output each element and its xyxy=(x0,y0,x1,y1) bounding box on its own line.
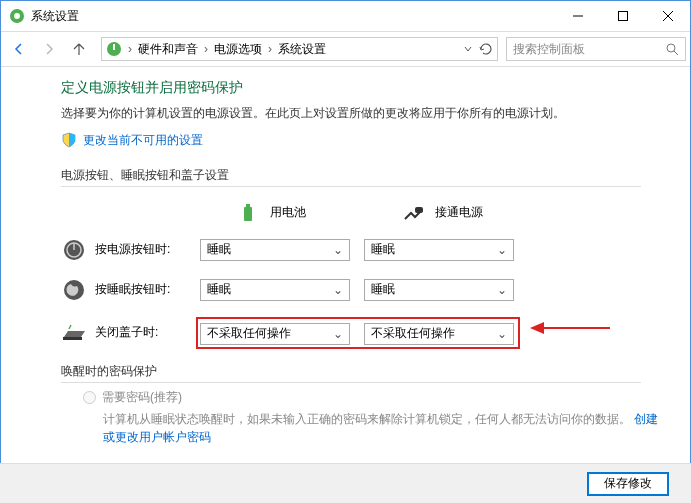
chevron-down-icon: ⌄ xyxy=(333,327,343,341)
shield-icon xyxy=(61,132,77,148)
sleep-button-row: 按睡眠按钮时: 睡眠⌄ 睡眠⌄ xyxy=(61,277,666,303)
minimize-button[interactable] xyxy=(555,1,600,31)
up-button[interactable] xyxy=(65,35,93,63)
change-unavailable-settings-link[interactable]: 更改当前不可用的设置 xyxy=(83,132,203,149)
highlight-annotation: 不采取任何操作⌄ 不采取任何操作⌄ xyxy=(196,317,520,349)
power-button-row: 按电源按钮时: 睡眠⌄ 睡眠⌄ xyxy=(61,237,666,263)
power-icon xyxy=(106,41,122,57)
breadcrumb-segment[interactable]: 系统设置 xyxy=(274,41,330,58)
breadcrumb-dropdown[interactable] xyxy=(464,42,493,56)
battery-column-header: 用电池 xyxy=(236,201,401,225)
chevron-down-icon: ⌄ xyxy=(497,327,507,341)
power-button-plugged-select[interactable]: 睡眠⌄ xyxy=(364,239,514,261)
svg-rect-11 xyxy=(246,204,250,207)
svg-point-8 xyxy=(667,44,675,52)
arrow-annotation xyxy=(530,318,610,338)
radio-label: 需要密码(推荐) xyxy=(102,389,182,406)
chevron-down-icon: ⌄ xyxy=(497,283,507,297)
svg-rect-10 xyxy=(244,207,252,221)
chevron-right-icon: › xyxy=(266,42,274,56)
row-label: 关闭盖子时: xyxy=(95,324,200,341)
sleep-button-icon xyxy=(61,277,87,303)
battery-icon xyxy=(236,201,260,225)
plug-icon xyxy=(401,201,425,225)
maximize-button[interactable] xyxy=(600,1,645,31)
chevron-down-icon: ⌄ xyxy=(333,283,343,297)
sleep-button-plugged-select[interactable]: 睡眠⌄ xyxy=(364,279,514,301)
password-required-option: 需要密码(推荐) xyxy=(83,389,666,406)
footer: 保存修改 xyxy=(0,463,691,503)
breadcrumb-segment[interactable]: 硬件和声音 xyxy=(134,41,202,58)
navbar: › 硬件和声音 › 电源选项 › 系统设置 搜索控制面板 xyxy=(1,31,690,67)
power-button-icon xyxy=(61,237,87,263)
admin-link-row: 更改当前不可用的设置 xyxy=(61,132,666,149)
content-area: 定义电源按钮并启用密码保护 选择要为你的计算机设置的电源设置。在此页上对设置所做… xyxy=(1,67,690,462)
page-description: 选择要为你的计算机设置的电源设置。在此页上对设置所做的更改将应用于你所有的电源计… xyxy=(61,105,666,122)
titlebar: 系统设置 xyxy=(1,1,690,31)
password-required-desc: 计算机从睡眠状态唤醒时，如果未输入正确的密码来解除计算机锁定，任何人都无法访问你… xyxy=(103,410,666,446)
chevron-down-icon: ⌄ xyxy=(497,243,507,257)
plugged-column-header: 接通电源 xyxy=(401,201,566,225)
forward-button[interactable] xyxy=(35,35,63,63)
row-label: 按睡眠按钮时: xyxy=(95,281,200,298)
section-title: 唤醒时的密码保护 xyxy=(61,363,641,383)
password-required-radio xyxy=(83,391,96,404)
save-button[interactable]: 保存修改 xyxy=(587,472,669,496)
chevron-right-icon: › xyxy=(202,42,210,56)
svg-rect-7 xyxy=(113,44,115,50)
svg-rect-3 xyxy=(618,12,627,21)
svg-rect-17 xyxy=(63,337,82,340)
lid-plugged-select[interactable]: 不采取任何操作⌄ xyxy=(364,323,514,345)
breadcrumb[interactable]: › 硬件和声音 › 电源选项 › 系统设置 xyxy=(101,37,498,61)
search-input[interactable]: 搜索控制面板 xyxy=(506,37,686,61)
column-headers: 用电池 接通电源 xyxy=(61,201,666,225)
breadcrumb-segment[interactable]: 电源选项 xyxy=(210,41,266,58)
back-button[interactable] xyxy=(5,35,33,63)
close-button[interactable] xyxy=(645,1,690,31)
window-title: 系统设置 xyxy=(31,8,555,25)
chevron-right-icon: › xyxy=(126,42,134,56)
search-placeholder: 搜索控制面板 xyxy=(513,41,665,58)
svg-line-9 xyxy=(674,51,678,55)
section-title: 电源按钮、睡眠按钮和盖子设置 xyxy=(61,167,641,187)
row-label: 按电源按钮时: xyxy=(95,241,200,258)
lid-battery-select[interactable]: 不采取任何操作⌄ xyxy=(200,323,350,345)
sleep-button-battery-select[interactable]: 睡眠⌄ xyxy=(200,279,350,301)
svg-rect-12 xyxy=(415,207,423,213)
page-heading: 定义电源按钮并启用密码保护 xyxy=(61,79,666,97)
search-icon xyxy=(665,42,679,56)
lid-icon xyxy=(61,320,87,346)
power-button-battery-select[interactable]: 睡眠⌄ xyxy=(200,239,350,261)
app-icon xyxy=(9,8,25,24)
svg-point-1 xyxy=(14,13,20,19)
window-controls xyxy=(555,1,690,31)
chevron-down-icon: ⌄ xyxy=(333,243,343,257)
